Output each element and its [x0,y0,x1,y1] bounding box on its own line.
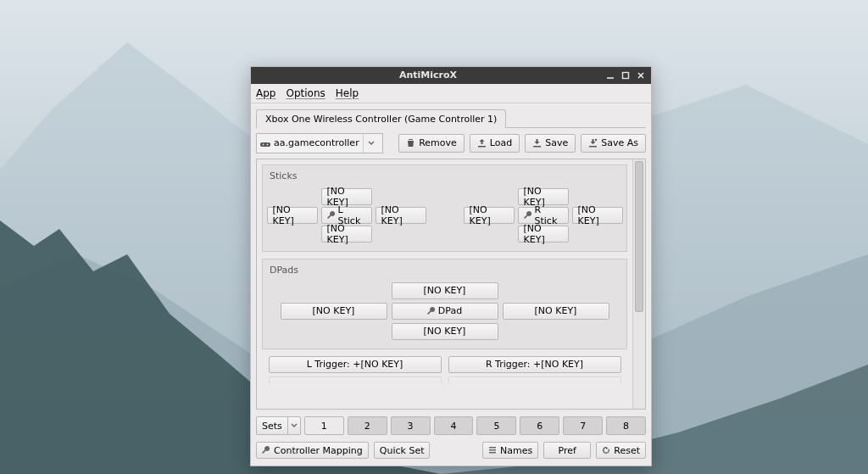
wrench-icon [262,446,270,454]
remove-button-label: Remove [419,137,457,148]
set-button-1[interactable]: 1 [304,416,344,435]
group-dpads: DPads [NO KEY] [NO KEY] DPad [NO KEY] [N… [262,259,627,349]
dpad-up-button[interactable]: [NO KEY] [392,282,498,299]
dpad-right-button[interactable]: [NO KEY] [503,303,609,320]
left-stick-block: [NO KEY] [NO KEY] L Stick [NO KEY] [NO K… [267,187,426,244]
gamepad-icon [260,138,270,148]
quick-set-label: Quick Set [380,445,425,456]
quick-set-button[interactable]: Quick Set [374,442,431,459]
menu-help[interactable]: Help [336,87,359,99]
reset-button[interactable]: Reset [596,442,646,459]
names-label: Names [500,445,532,456]
svg-point-4 [263,143,264,145]
save-button[interactable]: Save [525,134,576,153]
svg-rect-1 [623,72,629,78]
set-button-3[interactable]: 3 [391,416,431,435]
scrollbar-thumb[interactable] [635,161,643,312]
sets-dropdown-button[interactable] [287,416,301,435]
scrollbar-vertical[interactable] [632,159,645,409]
trash-icon [406,138,415,148]
rtrigger-button[interactable]: R Trigger: +[NO KEY] [448,356,621,373]
load-button[interactable]: Load [470,134,520,153]
right-stick-block: [NO KEY] [NO KEY] R Stick [NO KEY] [NO K… [464,187,623,244]
profile-combobox[interactable]: aa.gamecontroller [256,133,383,153]
svg-rect-8 [489,449,496,451]
save-as-button[interactable]: Save As [581,134,646,153]
save-button-label: Save [545,137,568,148]
wrench-icon [427,307,436,315]
tab-controller-1[interactable]: Xbox One Wireless Controller (Game Contr… [256,109,506,128]
set-button-8[interactable]: 8 [606,416,646,435]
ltrigger-button[interactable]: L Trigger: +[NO KEY] [269,356,442,373]
menu-app[interactable]: App [256,87,275,99]
rstick-down-button[interactable]: [NO KEY] [518,226,569,243]
upload-icon [477,138,487,148]
dpad-down-button[interactable]: [NO KEY] [392,323,498,340]
rstick-up-button[interactable]: [NO KEY] [518,188,569,205]
load-button-label: Load [490,137,512,148]
mappings-scrollpane: Sticks [NO KEY] [NO KEY] L Stick [NO KEY… [256,159,646,410]
group-sticks: Sticks [NO KEY] [NO KEY] L Stick [NO KEY… [262,165,627,252]
tabstrip: Xbox One Wireless Controller (Game Contr… [256,109,646,128]
reset-label: Reset [614,445,640,456]
sets-label: Sets [256,416,287,435]
group-dpads-title: DPads [270,265,621,276]
wrench-icon [327,211,336,220]
set-button-2[interactable]: 2 [348,416,387,435]
lstick-right-button[interactable]: [NO KEY] [376,207,426,224]
pref-button[interactable]: Pref [543,442,591,459]
rstick-center-button[interactable]: R Stick [518,207,569,224]
set-button-5[interactable]: 5 [476,416,516,435]
pref-label: Pref [559,445,576,456]
reset-icon [602,446,610,454]
app-window: AntiMicroX App Options Help Xbox One Wir… [250,66,652,466]
rstick-left-button[interactable]: [NO KEY] [464,207,515,224]
dpad-center-label: DPad [438,305,462,316]
window-maximize-button[interactable] [619,70,632,81]
profile-toolbar: aa.gamecontroller Remove Load Save [251,128,651,159]
trigger-row: L Trigger: +[NO KEY] R Trigger: +[NO KEY… [262,356,627,373]
svg-point-6 [595,139,597,141]
set-button-6[interactable]: 6 [520,416,559,435]
profile-combobox-value: aa.gamecontroller [274,137,359,148]
lstick-left-button[interactable]: [NO KEY] [267,207,318,224]
window-minimize-button[interactable] [604,70,617,81]
titlebar: AntiMicroX [251,67,651,84]
dpad-left-button[interactable]: [NO KEY] [281,303,387,320]
menu-options[interactable]: Options [286,87,325,99]
group-sticks-title: Sticks [270,170,621,181]
lstick-down-button[interactable]: [NO KEY] [321,226,372,243]
menubar: App Options Help [251,84,651,103]
remove-button[interactable]: Remove [398,134,465,153]
window-close-button[interactable] [634,70,648,81]
dpad-center-button[interactable]: DPad [392,303,498,320]
save-as-button-label: Save As [601,137,638,148]
list-icon [488,446,497,454]
cutoff-button-right[interactable] [448,376,621,383]
svg-rect-9 [489,452,496,454]
window-title: AntiMicroX [254,70,602,81]
svg-rect-7 [489,447,496,449]
chevron-down-icon [291,422,298,429]
save-as-icon [588,138,598,148]
lstick-center-button[interactable]: L Stick [321,207,372,224]
lstick-up-button[interactable]: [NO KEY] [321,188,372,205]
mappings-content: Sticks [NO KEY] [NO KEY] L Stick [NO KEY… [257,159,632,409]
download-icon [532,138,542,148]
controller-mapping-label: Controller Mapping [274,445,363,456]
footer-row: Controller Mapping Quick Set Names Pref … [251,438,651,466]
sets-row: Sets 1 2 3 4 5 6 7 8 [251,413,651,438]
wrench-icon [524,211,532,220]
svg-point-5 [267,143,269,145]
tab-label: Xbox One Wireless Controller (Game Contr… [265,114,497,125]
rstick-right-button[interactable]: [NO KEY] [572,207,623,224]
cutoff-button-left[interactable] [269,376,442,383]
chevron-down-icon [363,134,379,153]
set-button-4[interactable]: 4 [434,416,474,435]
cutoff-row [262,376,627,383]
names-button[interactable]: Names [482,442,538,459]
controller-mapping-button[interactable]: Controller Mapping [256,442,369,459]
set-button-7[interactable]: 7 [563,416,603,435]
